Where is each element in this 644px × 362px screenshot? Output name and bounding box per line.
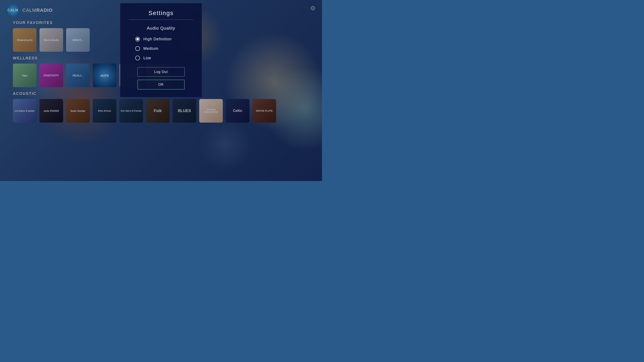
radio-label-hd: High Definition [144,37,172,42]
modal-divider [129,20,193,20]
modal-buttons: Log Out OK [129,67,193,90]
radio-circle-hd [135,37,140,42]
radio-label-low: Low [144,56,151,60]
radio-hd[interactable]: High Definition [135,37,193,42]
ok-button[interactable]: OK [138,80,184,90]
modal-title: Settings [129,10,193,16]
audio-quality-options: High Definition Medium Low [129,37,193,60]
radio-label-medium: Medium [144,46,158,51]
radio-low[interactable]: Low [135,56,193,60]
radio-medium[interactable]: Medium [135,46,193,51]
radio-circle-medium [135,46,140,51]
logout-button[interactable]: Log Out [138,67,184,77]
audio-quality-title: Audio Quality [129,26,193,31]
settings-modal: Settings Audio Quality High Definition M… [120,3,202,97]
modal-overlay: Settings Audio Quality High Definition M… [0,0,322,181]
radio-circle-low [135,56,140,60]
